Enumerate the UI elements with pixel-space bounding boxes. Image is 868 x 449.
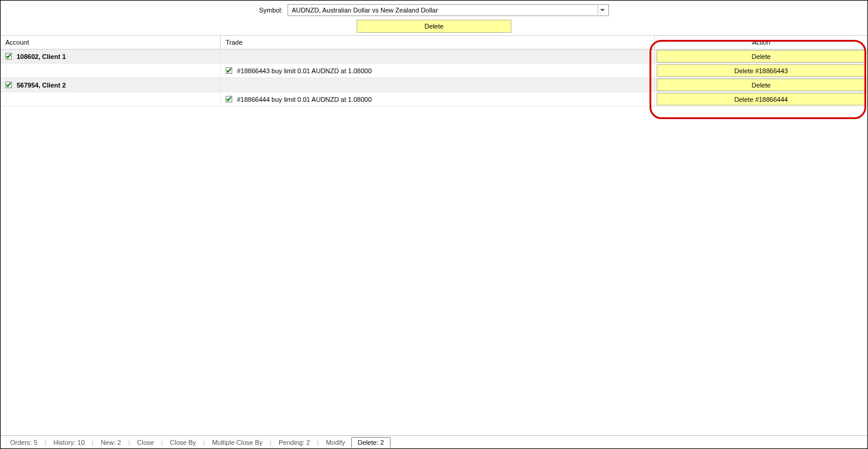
delete-row-button[interactable]: Delete	[657, 50, 866, 63]
checkbox-icon[interactable]	[226, 67, 232, 74]
trade-label: #18866444 buy limit 0.01 AUDNZD at 1.080…	[237, 96, 371, 103]
table-row: #18866444 buy limit 0.01 AUDNZD at 1.080…	[1, 92, 867, 107]
table-row: 108602, Client 1 Delete	[1, 49, 867, 64]
account-cell	[1, 92, 221, 106]
checkbox-icon[interactable]	[5, 82, 12, 88]
checkbox-icon[interactable]	[226, 96, 232, 102]
account-label: 108602, Client 1	[17, 53, 66, 60]
table-header: Account Trade Action	[1, 35, 867, 49]
checkbox-icon[interactable]	[5, 53, 12, 60]
delete-button-label: Delete	[424, 23, 444, 30]
col-header-account[interactable]: Account	[1, 36, 221, 49]
tab-delete[interactable]: Delete: 2	[351, 437, 391, 448]
symbol-value: AUDNZD, Australian Dollar vs New Zealand…	[292, 7, 438, 14]
tab-multiple-close-by[interactable]: Multiple Close By	[206, 438, 268, 447]
account-cell	[1, 64, 221, 77]
account-label: 567954, Client 2	[17, 82, 66, 89]
delete-trade-button[interactable]: Delete #18866444	[657, 93, 866, 105]
symbol-label: Symbol:	[259, 7, 283, 14]
trade-label: #18866443 buy limit 0.01 AUDNZD at 1.080…	[237, 67, 371, 74]
chevron-down-icon	[598, 5, 607, 15]
table-row: 567954, Client 2 Delete	[1, 78, 867, 92]
delete-row-button[interactable]: Delete	[657, 79, 866, 91]
delete-trade-button[interactable]: Delete #18866443	[657, 64, 866, 77]
tab-history[interactable]: History: 10	[48, 438, 91, 447]
delete-button[interactable]: Delete	[357, 20, 511, 33]
col-header-action[interactable]: Action	[655, 36, 867, 49]
col-header-trade[interactable]: Trade	[221, 36, 655, 49]
symbol-dropdown[interactable]: AUDNZD, Australian Dollar vs New Zealand…	[288, 4, 609, 16]
bottom-tabs: Orders: 5| History: 10| New: 2| Close| C…	[1, 435, 867, 448]
trade-cell	[221, 49, 655, 63]
trade-cell	[221, 78, 655, 92]
table-row: #18866443 buy limit 0.01 AUDNZD at 1.080…	[1, 64, 867, 78]
tab-close[interactable]: Close	[131, 438, 160, 447]
tab-close-by[interactable]: Close By	[164, 438, 202, 447]
tab-pending[interactable]: Pending: 2	[273, 438, 316, 447]
tab-modify[interactable]: Modify	[320, 438, 351, 447]
tab-new[interactable]: New: 2	[95, 438, 127, 447]
tab-orders[interactable]: Orders: 5	[4, 438, 43, 447]
